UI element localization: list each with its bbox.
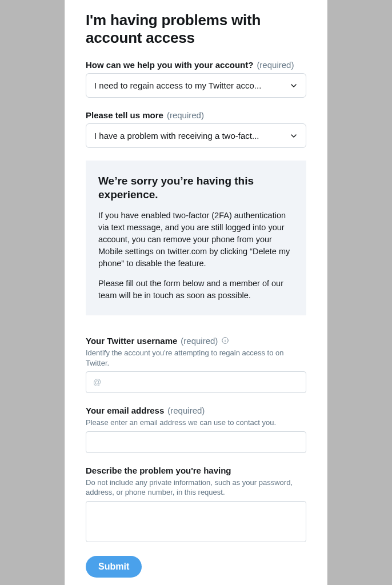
- tell-more-select-wrap: I have a problem with receiving a two-fa…: [86, 123, 306, 148]
- form-card: I'm having problems with account access …: [86, 0, 306, 578]
- email-label: Your email address (required): [86, 406, 306, 415]
- required-suffix: (required): [181, 336, 218, 346]
- describe-help: Do not include any private information, …: [86, 478, 306, 498]
- tell-more-label: Please tell us more (required): [86, 110, 306, 120]
- notice-box: We’re sorry you’re having this experienc…: [86, 161, 306, 315]
- submit-button[interactable]: Submit: [86, 556, 142, 578]
- describe-label-text: Describe the problem you're having: [86, 466, 231, 475]
- required-suffix: (required): [257, 60, 294, 70]
- tell-more-select[interactable]: I have a problem with receiving a two-fa…: [86, 123, 306, 148]
- required-suffix: (required): [167, 110, 204, 120]
- describe-textarea[interactable]: [86, 501, 306, 542]
- tell-more-label-text: Please tell us more: [86, 110, 163, 120]
- required-suffix: (required): [167, 406, 205, 415]
- info-icon: [221, 336, 229, 344]
- username-help: Identify the account you're attempting t…: [86, 348, 306, 368]
- page-title: I'm having problems with account access: [86, 11, 306, 46]
- notice-paragraph-2: Please fill out the form below and a mem…: [98, 278, 294, 302]
- notice-paragraph-1: If you have enabled two-factor (2FA) aut…: [98, 210, 294, 270]
- svg-point-2: [225, 339, 226, 340]
- help-question-select-wrap: I need to regain access to my Twitter ac…: [86, 73, 306, 98]
- page-container: I'm having problems with account access …: [65, 0, 327, 585]
- help-question-select[interactable]: I need to regain access to my Twitter ac…: [86, 73, 306, 98]
- help-question-label-text: How can we help you with your account?: [86, 60, 253, 70]
- username-input[interactable]: [86, 371, 306, 393]
- notice-heading: We’re sorry you’re having this experienc…: [98, 174, 294, 202]
- help-question-label: How can we help you with your account? (…: [86, 60, 306, 70]
- describe-label: Describe the problem you're having: [86, 466, 306, 475]
- email-label-text: Your email address: [86, 406, 164, 415]
- username-label: Your Twitter username (required): [86, 336, 306, 346]
- username-label-text: Your Twitter username: [86, 336, 177, 346]
- email-input[interactable]: [86, 431, 306, 453]
- email-help: Please enter an email address we can use…: [86, 418, 306, 428]
